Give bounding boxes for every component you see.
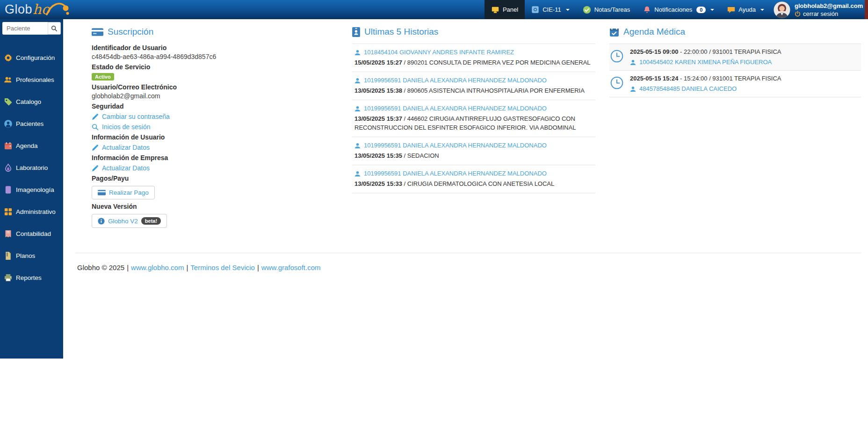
search-icon [51,25,58,32]
logo-text-glob: Glob [5,3,32,16]
id-card-icon [352,27,360,37]
agenda-header: Agenda Médica [609,27,861,37]
agenda-patient-link[interactable]: 484578548485 DANIELA CAICEDO [630,85,781,93]
sidebar-item-label: Planos [16,252,35,259]
history-patient-name: 10199956591 DANIELA ALEXANDRA HERNANDEZ … [364,104,547,113]
chevron-down-icon [760,9,764,11]
logout-label: cerrar sesión [803,10,838,18]
nav-item-notas-tareas[interactable]: Notas/Tareas [576,0,637,19]
sidebar-item-catalogo[interactable]: Catalogo [0,91,63,113]
agenda-title: Agenda Médica [623,27,685,37]
history-patient-link[interactable]: 10199956591 DANIELA ALEXANDRA HERNANDEZ … [354,169,595,178]
user-menu[interactable]: globholab2@gmail.com cerrar sesión [771,0,868,19]
sidebar-item-administrativo[interactable]: Administrativo [0,201,63,223]
history-date: 13/05/2025 15:33 [354,180,402,187]
change-password-label: Cambiar su contraseña [102,112,170,121]
history-patient-link[interactable]: 10199956591 DANIELA ALEXANDRA HERNANDEZ … [354,141,595,150]
calendar-check-icon [609,27,619,37]
agenda-patient-link[interactable]: 1004545402 KAREN XIMENA PEÑA FIGUEROA [630,58,781,66]
histories-header: Ultimas 5 Historias [352,27,595,37]
sidebar-item-label: Agenda [16,142,38,149]
footer: Globho © 2025|www.globho.com|Terminos de… [75,253,861,271]
globho-v2-button[interactable]: Globho V2 beta! [92,214,167,228]
nav-item-label: Notas/Tareas [594,6,630,13]
payments-label: Pagos/Payu [92,174,315,183]
update-company-link[interactable]: Actualizar Datos [92,163,315,173]
person-icon [354,106,361,112]
search-input[interactable] [2,22,48,35]
clock-icon [610,76,623,91]
sidebar-item-contabilidad[interactable]: Contabilidad [0,223,63,245]
history-patient-name: 10199956591 DANIELA ALEXANDRA HERNANDEZ … [364,169,547,178]
sidebar-item-profesionales[interactable]: Profesionales [0,69,63,91]
cie11-icon [531,6,539,14]
bell-icon [643,6,651,14]
footer-separator: | [186,264,188,271]
power-icon [795,11,801,17]
history-procedure: / 890201 CONSULTA DE PRIMERA VEZ POR MED… [402,59,591,66]
sidebar-item-planos[interactable]: Planos [0,245,63,267]
credit-card-icon [92,28,103,37]
history-patient-link[interactable]: 10199956591 DANIELA ALEXANDRA HERNANDEZ … [354,76,595,85]
dashboard-columns: Suscripción Identificador de Usuario c48… [63,19,868,253]
nav-item-panel[interactable]: Panel [485,0,525,19]
sidebar-item-label: Imagenología [16,186,54,193]
sidebar-item-label: Profesionales [16,76,54,83]
sidebar-item-label: Catalogo [16,98,41,105]
logins-link[interactable]: Inicios de sesión [92,122,315,132]
sidebar-item-configuracion[interactable]: Configuración [0,47,63,69]
sidebar-item-imagenologia[interactable]: Imagenología [0,179,63,201]
security-label: Seguridad [92,102,315,111]
user-email: globholab2@gmail.com [795,2,863,10]
footer-link-globho[interactable]: www.globho.com [131,264,184,271]
globho-v2-label: Globho V2 [108,218,138,225]
update-user-label: Actualizar Datos [102,143,150,152]
nav-item-label: CIE-11 [542,6,561,13]
agenda-time: 2025-05-15 15:24 - 15:24:00 / 931001 TER… [630,74,781,83]
nav-item-ayuda[interactable]: Ayuda [721,0,771,19]
history-description: 13/05/2025 15:37 / 446602 CIRUGIA ANTIRR… [354,114,595,132]
search-button[interactable] [48,22,61,35]
agenda-item-body: 2025-05-15 15:24 - 15:24:00 / 931001 TER… [630,74,781,93]
nav-item-notificaciones[interactable]: Notificaciones 0 [637,0,721,19]
agenda-item: 2025-05-15 09:00 - 22:00:00 / 931001 TER… [609,44,861,71]
new-version-label: Nueva Versión [92,202,315,211]
credit-card-icon [98,190,106,196]
update-user-link[interactable]: Actualizar Datos [92,143,315,152]
sidebar-item-label: Configuración [16,54,55,61]
agenda-patient-name: 484578548485 DANIELA CAICEDO [639,85,737,93]
email-label: Usuario/Correo Electrónico [92,83,315,92]
file-zip-icon [4,251,13,260]
subscription-header: Suscripción [92,27,315,37]
sidebar-item-agenda[interactable]: Agenda [0,135,63,157]
patient-search [2,22,61,35]
status-badge: Activo [92,73,114,81]
sidebar-menu: Configuración Profesionales Catalogo [0,47,63,289]
logout-button[interactable]: cerrar sesión [795,10,863,18]
history-patient-link[interactable]: 1018454104 GIOVANNY ANDRES INFANTE RAMIR… [354,48,595,57]
footer-link-grafosoft[interactable]: www.grafosoft.com [261,264,321,271]
people-icon [4,75,13,84]
footer-separator: | [127,264,129,271]
history-procedure: / 890605 ASISTENCIA INTRAHOSPITALARIA PO… [402,87,585,94]
notification-count-badge: 0 [696,7,706,13]
nav-item-cie11[interactable]: CIE-11 [525,0,576,19]
grid-icon [4,207,13,216]
pay-button[interactable]: Realizar Pago [92,186,155,199]
patient-circle-icon [4,119,13,128]
sidebar-item-reportes[interactable]: Reportes [0,267,63,289]
histories-panel: Ultimas 5 Historias 1018454104 GIOVANNY … [352,27,609,193]
footer-separator: | [257,264,259,271]
sidebar-item-label: Reportes [16,274,42,281]
search-icon [92,124,99,131]
pay-button-label: Realizar Pago [109,189,149,196]
history-item: 1018454104 GIOVANNY ANDRES INFANTE RAMIR… [352,44,595,72]
change-password-link[interactable]: Cambiar su contraseña [92,112,315,121]
agenda-detail: - 15:24:00 / 931001 TERAPIA FISICA [678,75,781,82]
sidebar-item-pacientes[interactable]: Pacientes [0,113,63,135]
footer-link-terms[interactable]: Terminos del Sevicio [190,264,255,271]
history-patient-link[interactable]: 10199956591 DANIELA ALEXANDRA HERNANDEZ … [354,104,595,113]
chevron-down-icon [566,9,570,11]
service-status-label: Estado de Servicio [92,63,315,72]
sidebar-item-laboratorio[interactable]: Laboratorio [0,157,63,179]
